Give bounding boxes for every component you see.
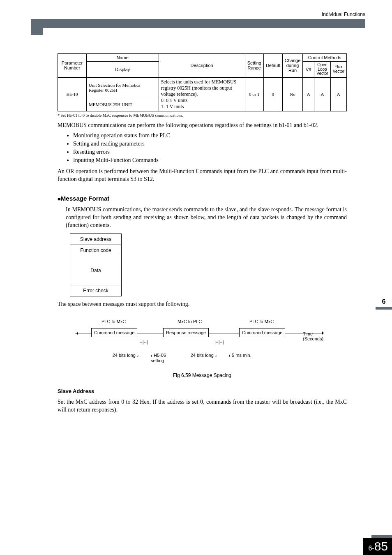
cell-description: Selects the units used for MEMOBUS regis… bbox=[159, 77, 245, 111]
heading-text: Message Format bbox=[61, 195, 109, 202]
square-bullet-icon: ■ bbox=[58, 196, 61, 202]
paragraph: The space between messages must support … bbox=[58, 301, 347, 308]
th-description: Description bbox=[159, 54, 245, 78]
msg-slave-address: Slave address bbox=[70, 234, 122, 245]
cell-flux: A bbox=[330, 77, 346, 111]
section-title: Individual Functions bbox=[322, 12, 365, 17]
page-header: Individual Functions bbox=[31, 12, 365, 29]
paragraph: Set the MxC address from 0 to 32 Hex. If… bbox=[58, 398, 347, 414]
cell-display: MEMOBUS 25H UNIT bbox=[87, 98, 159, 111]
cell-change: No bbox=[282, 77, 303, 111]
dg-time-label: Time (Seconds) bbox=[303, 331, 330, 341]
msg-error-check: Error check bbox=[70, 285, 122, 296]
callout-5ms: ⸤ 5 ms min. bbox=[229, 353, 251, 358]
desc-line: Selects the units used for MEMOBUS regis… bbox=[161, 79, 237, 97]
list-item: Monitoring operation status from the PLC bbox=[73, 132, 347, 139]
header-stripe bbox=[31, 19, 365, 28]
dg-box-command-1: Command message bbox=[91, 328, 137, 337]
dg-label-plc-to-mxc-2: PLC to MxC bbox=[249, 319, 274, 324]
cell-vf: A bbox=[303, 77, 314, 111]
gap-marker: |↔|↔| bbox=[138, 340, 147, 345]
heading-slave-address: Slave Address bbox=[58, 388, 347, 394]
th-default: Default bbox=[263, 54, 282, 78]
msg-data: Data bbox=[70, 256, 122, 285]
list-item: Setting and reading parameters bbox=[73, 141, 347, 147]
dg-box-command-2: Command message bbox=[239, 328, 285, 337]
cell-default: 0 bbox=[263, 77, 282, 111]
list-item: Inputting Multi-Function Commands bbox=[73, 157, 347, 164]
callout-24bits-2: 24 bits long ⸥ bbox=[175, 353, 217, 358]
th-vf: V/f bbox=[303, 62, 314, 78]
paragraph: MEMOBUS communications can perform the f… bbox=[58, 122, 347, 130]
th-open-loop: Open Loop Vector bbox=[314, 62, 330, 78]
cell-range: 0 or 1 bbox=[245, 77, 263, 111]
chapter-side-tab: 6 bbox=[376, 298, 392, 310]
th-flux: Flux Vector bbox=[330, 62, 346, 78]
callout-h506: ⸤ H5-06 setting bbox=[151, 353, 175, 363]
gap-marker: |↔|↔| bbox=[214, 340, 223, 345]
th-control-methods: Control Methods bbox=[303, 54, 347, 62]
heading-message-format: ■Message Format bbox=[58, 195, 347, 202]
figure-caption: Fig 6.59 Message Spacing bbox=[75, 372, 330, 378]
desc-line: 1: 1 V units bbox=[161, 104, 184, 109]
side-tab-bar bbox=[376, 307, 392, 310]
parameter-table: Parameter Number Name Description Settin… bbox=[58, 53, 347, 111]
table-row: H5-10 Unit Selection for Memobus Registe… bbox=[58, 77, 347, 98]
msg-function-code: Function code bbox=[70, 245, 122, 256]
cell-name: Unit Selection for Memobus Register 0025… bbox=[87, 77, 159, 98]
cell-olv: A bbox=[314, 77, 330, 111]
page-content: Parameter Number Name Description Settin… bbox=[58, 53, 347, 414]
bullet-list: Monitoring operation status from the PLC… bbox=[73, 132, 347, 164]
th-change: Change during Run bbox=[282, 54, 303, 78]
chapter-number: 6 bbox=[376, 298, 392, 305]
th-setting-range: Setting Range bbox=[245, 54, 263, 78]
header-tab bbox=[31, 26, 43, 35]
page-number-box: 6-85 bbox=[363, 538, 392, 555]
th-param-no: Parameter Number bbox=[58, 54, 87, 78]
dg-label-plc-to-mxc: PLC to MxC bbox=[101, 319, 126, 324]
paragraph: In MEMOBUS communications, the master se… bbox=[66, 206, 347, 229]
desc-line: 0: 0.1 V units bbox=[161, 97, 188, 103]
page-chapter: 6- bbox=[368, 545, 374, 552]
page-index: 85 bbox=[374, 539, 388, 553]
message-format-table: Slave address Function code Data Error c… bbox=[70, 234, 122, 296]
page-number: 6-85 bbox=[363, 535, 392, 555]
paragraph: An OR operation is performed between the… bbox=[58, 168, 347, 183]
th-display: Display bbox=[87, 62, 159, 78]
callout-24bits-1: 24 bits long ⸥ bbox=[93, 353, 138, 358]
dg-label-mxc-to-plc: MxC to PLC bbox=[178, 319, 202, 324]
dg-box-response: Response message bbox=[163, 328, 209, 337]
th-name: Name bbox=[87, 54, 159, 62]
list-item: Resetting errors bbox=[73, 149, 347, 155]
cell-param-no: H5-10 bbox=[58, 77, 87, 111]
message-spacing-diagram: PLC to MxC MxC to PLC PLC to MxC Command… bbox=[75, 317, 330, 378]
table-footnote: * Set H5-01 to 0 to disable MxC response… bbox=[58, 113, 347, 118]
